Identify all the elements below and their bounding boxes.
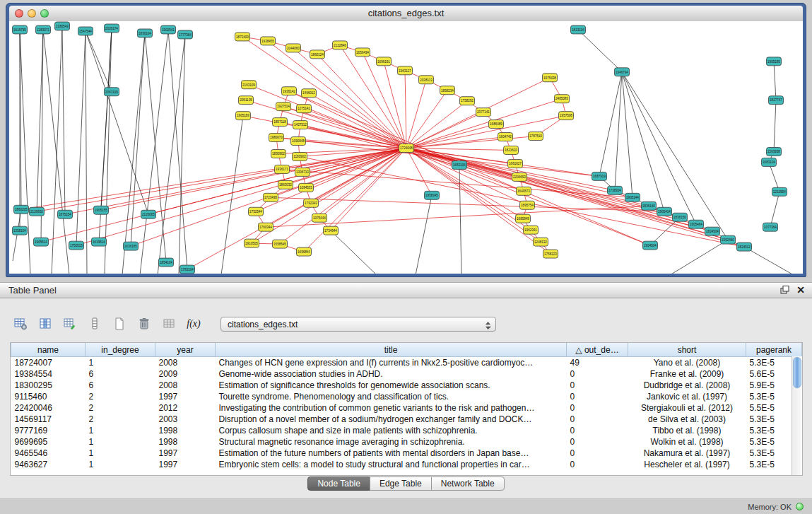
table-row[interactable]: 1872400712008Changes of HCN gene express… bbox=[11, 357, 802, 369]
column-header-in_degree[interactable]: in_degree bbox=[86, 343, 155, 357]
graph-node[interactable]: 1975438 bbox=[543, 74, 558, 82]
function-builder-icon[interactable]: f(x) bbox=[184, 315, 203, 333]
graph-node[interactable]: 1836104 bbox=[138, 29, 153, 37]
graph-node[interactable]: 1075444 bbox=[312, 214, 327, 222]
graph-node[interactable]: 1275141 bbox=[297, 105, 312, 113]
table-row[interactable]: 1938455462009Genome-wide association stu… bbox=[11, 368, 802, 380]
graph-node[interactable]: 1661627 bbox=[508, 159, 523, 168]
graph-node[interactable]: 2038113 bbox=[419, 76, 434, 84]
cell-short[interactable]: Yano et al. (2008) bbox=[628, 357, 746, 369]
table-row[interactable]: 969969511998Structural magnetic resonanc… bbox=[11, 436, 802, 448]
cell-out_degree[interactable]: 0 bbox=[567, 380, 628, 391]
graph-node[interactable]: 1936171 bbox=[275, 165, 290, 173]
table-row[interactable]: 1830029562008Estimation of significance … bbox=[11, 380, 802, 391]
cell-year[interactable]: 1997 bbox=[155, 391, 216, 402]
cell-in_degree[interactable]: 1 bbox=[86, 357, 155, 369]
row-selection-icon[interactable] bbox=[86, 315, 104, 333]
cell-in_degree[interactable]: 1 bbox=[86, 425, 155, 436]
graph-node[interactable]: 1547544 bbox=[78, 27, 93, 35]
graph-node[interactable]: 1963127 bbox=[398, 66, 413, 75]
graph-node[interactable]: 1183902 bbox=[293, 152, 307, 160]
column-header-pagerank[interactable]: pagerank bbox=[746, 343, 802, 357]
cell-out_degree[interactable]: 0 bbox=[567, 436, 628, 448]
cell-name[interactable]: 9777169 bbox=[11, 425, 86, 436]
cell-title[interactable]: Embryonic stem cells: a model to study s… bbox=[216, 459, 567, 470]
graph-node[interactable]: 2126650 bbox=[30, 207, 45, 216]
table-row[interactable]: 977716911998Corpus callosum shape and si… bbox=[11, 425, 802, 436]
graph-node[interactable]: 2122846 bbox=[333, 41, 348, 49]
graph-node[interactable]: 1836150 bbox=[673, 213, 688, 221]
cell-in_degree[interactable]: 2 bbox=[86, 391, 155, 402]
graph-node[interactable]: 1090948 bbox=[291, 137, 306, 146]
cell-year[interactable]: 1997 bbox=[155, 448, 216, 459]
graph-node[interactable]: 1685949 bbox=[516, 214, 531, 223]
cell-short[interactable]: Dudbridge et al. (2008) bbox=[628, 380, 746, 391]
graph-node[interactable]: 1558545 bbox=[273, 240, 288, 248]
cell-year[interactable]: 2009 bbox=[155, 368, 216, 380]
tab-node-table[interactable]: Node Table bbox=[307, 477, 370, 491]
delete-column-icon[interactable] bbox=[135, 315, 153, 333]
graph-node[interactable]: 1895754 bbox=[520, 201, 535, 209]
cell-name[interactable]: 9465546 bbox=[11, 448, 86, 459]
graph-node[interactable]: 1858234 bbox=[440, 86, 455, 95]
graph-node[interactable]: 1466012 bbox=[302, 89, 317, 98]
cell-short[interactable]: Hescheler et al. (1997) bbox=[628, 459, 746, 470]
cell-short[interactable]: Jankovic et al. (1997) bbox=[628, 391, 746, 402]
graph-node[interactable]: 1872400 bbox=[235, 33, 250, 41]
graph-node[interactable]: 1836140 bbox=[642, 201, 657, 210]
graph-node[interactable]: 1248132 bbox=[534, 238, 548, 246]
network-canvas[interactable]: 1724048187240019384552044060186012421228… bbox=[9, 21, 803, 274]
graph-node[interactable]: 1962341 bbox=[524, 226, 539, 234]
cell-year[interactable]: 2003 bbox=[155, 414, 216, 425]
graph-node[interactable]: 1830902 bbox=[271, 149, 286, 158]
graph-node[interactable]: 1827747 bbox=[769, 96, 784, 105]
graph-node[interactable]: 1653104 bbox=[452, 160, 467, 169]
graph-node[interactable]: 1777364 bbox=[178, 30, 193, 39]
graph-node[interactable]: 1824512 bbox=[737, 243, 752, 251]
cell-year[interactable]: 1997 bbox=[155, 459, 216, 470]
graph-node[interactable]: 2051135 bbox=[239, 96, 254, 105]
graph-node[interactable]: 1905514 bbox=[34, 238, 49, 246]
cell-short[interactable]: Stergiakouli et al. (2012) bbox=[628, 402, 746, 414]
cell-out_degree[interactable]: 0 bbox=[567, 402, 628, 414]
tab-network-table[interactable]: Network Table bbox=[431, 477, 505, 491]
graph-node[interactable]: 1696844 bbox=[297, 247, 312, 256]
column-header-title[interactable]: title bbox=[216, 343, 567, 357]
graph-node[interactable]: 1760344 bbox=[259, 223, 273, 231]
cell-in_degree[interactable]: 6 bbox=[86, 380, 155, 391]
graph-node[interactable]: 1306713 bbox=[295, 168, 310, 176]
cell-title[interactable]: Estimation of significance thresholds fo… bbox=[216, 380, 567, 391]
cell-title[interactable]: Structural magnetic resonance image aver… bbox=[216, 436, 567, 448]
network-table-selector[interactable]: citations_edges.txt bbox=[220, 317, 496, 332]
graph-node[interactable]: 1946794 bbox=[615, 68, 630, 76]
cell-short[interactable]: Wolkin et al. (1998) bbox=[628, 436, 746, 448]
cell-year[interactable]: 2008 bbox=[155, 380, 216, 391]
cell-name[interactable]: 14569117 bbox=[11, 414, 86, 425]
graph-node[interactable]: 1427512 bbox=[293, 121, 308, 129]
cell-year[interactable]: 1998 bbox=[155, 425, 216, 436]
graph-node[interactable]: 2044060 bbox=[286, 44, 301, 52]
network-canvas-container[interactable]: 1724048187240019384552044060186012421228… bbox=[9, 21, 803, 274]
graph-node[interactable]: 1860124 bbox=[310, 50, 325, 59]
graph-node[interactable]: 1863032 bbox=[278, 180, 293, 189]
graph-node[interactable]: 1734944 bbox=[324, 226, 339, 235]
cell-year[interactable]: 2008 bbox=[155, 357, 216, 369]
graph-node[interactable]: 1656434 bbox=[355, 48, 370, 57]
cell-in_degree[interactable]: 2 bbox=[86, 414, 155, 425]
vertical-scrollbar[interactable] bbox=[792, 356, 802, 475]
graph-node[interactable]: 2163109 bbox=[242, 81, 257, 89]
table-row[interactable]: 1456911722003Disruption of a novel membe… bbox=[11, 414, 802, 425]
graph-node[interactable]: 2126065 bbox=[141, 210, 156, 218]
column-visibility-icon[interactable] bbox=[36, 315, 54, 333]
graph-node[interactable]: 1860205 bbox=[14, 205, 29, 214]
import-table-icon[interactable] bbox=[160, 315, 178, 333]
graph-node[interactable]: 1792343 bbox=[304, 199, 319, 207]
graph-node[interactable]: 1905185 bbox=[767, 57, 782, 66]
edit-table-icon[interactable] bbox=[61, 315, 79, 333]
table-row[interactable]: 946554611997Estimation of the future num… bbox=[11, 448, 802, 459]
graph-node[interactable]: 1957508 bbox=[559, 112, 574, 120]
graph-node[interactable]: 1283071 bbox=[36, 25, 51, 34]
graph-node[interactable]: 1649573 bbox=[517, 187, 531, 195]
cell-in_degree[interactable]: 2 bbox=[86, 402, 155, 414]
cell-out_degree[interactable]: 49 bbox=[567, 357, 628, 369]
